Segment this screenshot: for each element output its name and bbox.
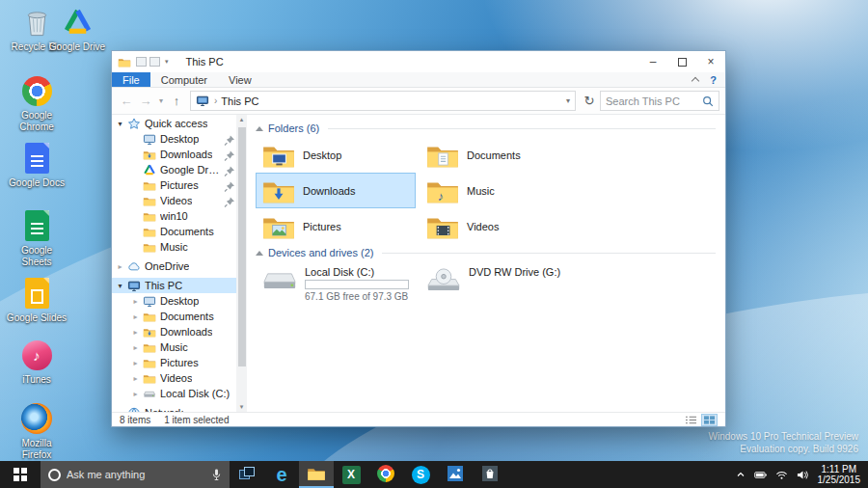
- folder-tile-documents[interactable]: Documents: [420, 137, 580, 173]
- search-icon[interactable]: [702, 95, 714, 107]
- volume-icon[interactable]: [797, 470, 809, 480]
- desktop-icon-itunes[interactable]: ♪iTunes: [6, 338, 68, 386]
- folder-tile-videos[interactable]: Videos: [420, 208, 580, 244]
- sidebar-item-videos[interactable]: Videos: [112, 193, 236, 208]
- group-collapse-icon[interactable]: [256, 251, 263, 256]
- chevron-collapsed-icon[interactable]: ▸: [131, 374, 140, 383]
- group-collapse-icon[interactable]: [256, 126, 263, 131]
- help-icon[interactable]: ?: [710, 74, 717, 86]
- desktop[interactable]: Recycle BinGoogle DriveGoogle ChromeGoog…: [0, 0, 868, 488]
- scroll-up-icon[interactable]: ▴: [236, 116, 247, 123]
- sidebar-item-downloads[interactable]: Downloads: [112, 147, 236, 162]
- folder-icon: [143, 195, 157, 207]
- sidebar-item-local-disk-c[interactable]: ▸Local Disk (C:): [112, 386, 236, 401]
- refresh-button[interactable]: ↻: [581, 94, 598, 108]
- qat-dropdown-icon[interactable]: ▾: [165, 58, 169, 66]
- desktop-icon-google-slides[interactable]: Google Slides: [6, 276, 68, 324]
- sidebar-item-onedrive[interactable]: ▸OneDrive: [112, 258, 236, 274]
- large-icons-view-button[interactable]: [701, 414, 718, 426]
- folder-tile-desktop[interactable]: Desktop: [256, 137, 416, 173]
- desktop-icon-google-docs[interactable]: Google Docs: [6, 141, 68, 189]
- drive-tile-local-disk-c[interactable]: Local Disk (C:)67.1 GB free of 97.3 GB: [256, 261, 416, 306]
- taskbar-clock[interactable]: 1:11 PM 1/25/2015: [818, 464, 861, 485]
- address-location[interactable]: This PC: [221, 95, 258, 107]
- taskbar-search[interactable]: Ask me anything: [41, 461, 230, 488]
- folder-tile-downloads[interactable]: Downloads: [256, 173, 416, 208]
- desktop-icon-google-sheets[interactable]: Google Sheets: [6, 208, 68, 267]
- scroll-thumb[interactable]: [238, 127, 246, 366]
- network-icon[interactable]: [775, 470, 788, 480]
- sidebar-item-pictures[interactable]: Pictures: [112, 177, 236, 193]
- taskbar-app-task-view[interactable]: [230, 461, 264, 488]
- desktop-icon-google-chrome[interactable]: Google Chrome: [6, 73, 68, 132]
- taskbar-app-store[interactable]: [473, 461, 507, 488]
- drive-tile-dvd-rw-drive-g[interactable]: DVD RW Drive (G:): [420, 261, 580, 306]
- scroll-down-icon[interactable]: ▾: [236, 403, 247, 411]
- title-bar[interactable]: ▾ This PC – ×: [112, 51, 725, 72]
- sidebar-scrollbar[interactable]: ▴ ▾: [236, 115, 247, 412]
- chevron-collapsed-icon[interactable]: ▸: [131, 328, 140, 337]
- group-header[interactable]: Devices and drives (2): [256, 244, 716, 261]
- group-header[interactable]: Folders (6): [256, 120, 716, 137]
- taskbar-app-photos[interactable]: [438, 461, 473, 488]
- back-button[interactable]: ←: [118, 94, 135, 108]
- up-button[interactable]: ↑: [168, 94, 185, 108]
- folder-tile-music[interactable]: ♪Music: [420, 173, 580, 208]
- tab-computer[interactable]: Computer: [150, 72, 218, 87]
- recent-locations-dropdown-icon[interactable]: ▾: [156, 96, 166, 105]
- chevron-collapsed-icon[interactable]: ▸: [131, 343, 140, 352]
- battery-icon[interactable]: [754, 470, 767, 480]
- sidebar-item-quick-access[interactable]: ▾Quick access: [112, 116, 236, 131]
- taskbar-app-excel[interactable]: X: [334, 461, 368, 488]
- chevron-collapsed-icon[interactable]: ▸: [131, 359, 140, 367]
- maximize-button[interactable]: [667, 51, 696, 72]
- desktop-icon-google-drive[interactable]: Google Drive: [46, 5, 108, 53]
- chevron-collapsed-icon[interactable]: ▸: [131, 297, 140, 306]
- sidebar-item-desktop[interactable]: ▸Desktop: [112, 293, 236, 309]
- forward-button[interactable]: →: [137, 94, 154, 108]
- sidebar-item-desktop[interactable]: Desktop: [112, 131, 236, 147]
- minimize-button[interactable]: –: [638, 51, 667, 72]
- properties-icon[interactable]: [136, 57, 147, 67]
- sidebar-item-documents[interactable]: Documents: [112, 224, 236, 239]
- sidebar-item-videos[interactable]: ▸Videos: [112, 370, 236, 386]
- search-box[interactable]: Search This PC: [600, 91, 719, 111]
- sidebar-item-network[interactable]: ▸Network: [112, 405, 236, 412]
- address-bar[interactable]: › This PC ▾: [190, 91, 576, 111]
- microphone-icon[interactable]: [211, 468, 222, 481]
- desktop-icon-mozilla-firefox[interactable]: Mozilla Firefox: [6, 401, 68, 460]
- sidebar-item-music[interactable]: Music: [112, 239, 236, 255]
- tab-view[interactable]: View: [218, 72, 262, 87]
- chevron-collapsed-icon[interactable]: ▸: [131, 390, 140, 398]
- sidebar-item-documents[interactable]: ▸Documents: [112, 309, 236, 324]
- sidebar-item-label: Network: [145, 407, 183, 412]
- details-view-button[interactable]: [683, 414, 699, 426]
- chevron-expanded-icon[interactable]: ▾: [116, 120, 124, 128]
- folder-downloads-icon: [143, 149, 157, 161]
- chevron-expanded-icon[interactable]: ▾: [116, 282, 124, 290]
- breadcrumb-chevron-icon[interactable]: ›: [214, 95, 217, 106]
- sidebar-item-downloads[interactable]: ▸Downloads: [112, 324, 236, 339]
- folder-tile-pictures[interactable]: Pictures: [256, 208, 416, 244]
- sidebar-item-win10[interactable]: win10: [112, 208, 236, 224]
- taskbar-app-skype[interactable]: S: [403, 461, 438, 488]
- chevron-collapsed-icon[interactable]: ▸: [116, 262, 124, 271]
- address-dropdown-icon[interactable]: ▾: [566, 96, 570, 105]
- sidebar-item-google-drive[interactable]: Google Drive: [112, 162, 236, 177]
- sidebar-item-music[interactable]: ▸Music: [112, 339, 236, 355]
- close-button[interactable]: ×: [696, 51, 725, 72]
- new-folder-icon[interactable]: [149, 57, 160, 67]
- desktop-icon-label: Google Slides: [6, 312, 68, 324]
- watermark: Windows 10 Pro Technical Preview Evaluat…: [709, 430, 858, 455]
- chevron-collapsed-icon[interactable]: ▸: [116, 409, 124, 413]
- chevron-collapsed-icon[interactable]: ▸: [131, 312, 140, 321]
- sidebar-item-this-pc[interactable]: ▾This PC: [112, 278, 236, 293]
- ribbon-collapse-icon[interactable]: [692, 76, 699, 84]
- tab-file[interactable]: File: [112, 72, 150, 87]
- start-button[interactable]: [0, 461, 41, 488]
- taskbar-app-chrome[interactable]: [368, 461, 403, 488]
- sidebar-item-pictures[interactable]: ▸Pictures: [112, 355, 236, 370]
- taskbar-app-internet-explorer[interactable]: e: [264, 461, 299, 488]
- tray-chevron-up-icon[interactable]: [736, 470, 746, 479]
- taskbar-app-file-explorer[interactable]: [299, 461, 334, 488]
